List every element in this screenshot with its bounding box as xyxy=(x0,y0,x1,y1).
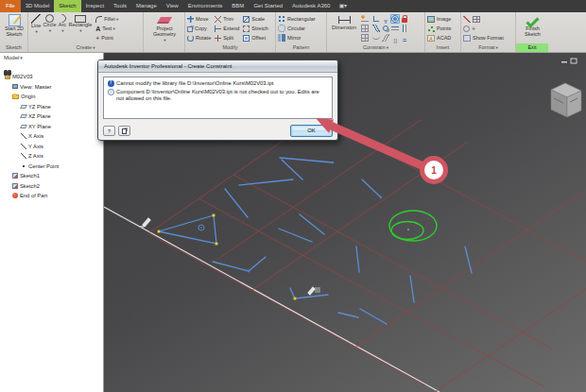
tree-node-origin[interactable]: Origin xyxy=(0,92,103,102)
copy-button[interactable]: Copy xyxy=(187,24,211,33)
construction-line-icon[interactable] xyxy=(463,16,471,23)
view-cube[interactable] xyxy=(551,83,581,117)
parallel-constraint-button[interactable] xyxy=(371,24,381,33)
split-button[interactable]: Split xyxy=(215,33,239,43)
rectangular-pattern-button[interactable]: Rectangular xyxy=(278,14,316,24)
tree-node-yz-plane[interactable]: YZ Plane xyxy=(0,102,103,112)
tab-tools[interactable]: Tools xyxy=(109,0,131,12)
create-constraint-dialog: Autodesk Inventor Professional - Create … xyxy=(97,60,338,141)
centerline-icon[interactable] xyxy=(463,26,470,32)
driven-dimension-icon[interactable] xyxy=(473,16,480,23)
perpendicular-constraint-button[interactable] xyxy=(371,14,381,24)
tree-node-y-axis[interactable]: Y Axis xyxy=(0,142,103,152)
constraint-settings-icon xyxy=(361,25,369,32)
dialog-message-1: ! Cannot modify the library file D:\Inve… xyxy=(108,80,328,87)
project-geometry-button[interactable]: Project Geometry xyxy=(146,14,183,43)
caret-down-icon xyxy=(386,44,388,50)
tab-inspect[interactable]: Inspect xyxy=(81,0,109,12)
browser-search-row[interactable] xyxy=(0,60,103,70)
tree-node-sketch2[interactable]: Sketch2 xyxy=(0,181,103,192)
extend-button[interactable]: Extend xyxy=(215,24,239,33)
center-point-format-icon[interactable] xyxy=(472,26,475,32)
symmetric-constraint-button[interactable] xyxy=(381,33,390,43)
equal-constraint-button[interactable] xyxy=(400,33,409,43)
trim-button[interactable]: Trim xyxy=(215,14,239,24)
group-label-modify: Modify xyxy=(185,43,275,52)
mirror-button[interactable]: Mirror xyxy=(278,33,316,43)
rectangular-pattern-icon xyxy=(278,15,285,23)
offset-button[interactable]: Offset xyxy=(243,33,267,43)
tab-3d-model[interactable]: 3D Model xyxy=(21,0,55,12)
view-icon xyxy=(12,84,18,89)
tree-node-part[interactable]: M02V03 xyxy=(0,72,103,82)
group-label-constrain[interactable]: Constrain xyxy=(327,43,424,52)
text-button[interactable]: Text xyxy=(95,24,118,33)
coincident-icon xyxy=(361,15,369,23)
scale-button[interactable]: Scale xyxy=(243,14,267,24)
tree-node-xz-plane[interactable]: XZ Plane xyxy=(0,111,103,122)
finish-sketch-button[interactable]: Finish Sketch xyxy=(518,14,547,38)
tab-environments[interactable]: Environments xyxy=(183,0,228,12)
start-2d-sketch-button[interactable]: Start 2D Sketch xyxy=(2,14,26,38)
x-axis-line[interactable] xyxy=(104,207,440,392)
canvas-window-controls[interactable] xyxy=(561,59,577,63)
stretch-button[interactable]: Stretch xyxy=(243,24,267,33)
selected-circle[interactable] xyxy=(389,211,437,241)
point-button[interactable]: Point xyxy=(95,33,118,43)
tab-bbm[interactable]: BBM xyxy=(227,0,249,12)
tree-node-view-master[interactable]: View: Master xyxy=(0,82,103,93)
ribbon-group-pattern: Rectangular Circular Mirror Pattern xyxy=(276,12,327,52)
smooth-constraint-button[interactable] xyxy=(381,24,390,33)
group-label-create[interactable]: Create xyxy=(28,43,143,52)
tree-node-center-point[interactable]: Center Point xyxy=(0,162,103,172)
dimension-icon xyxy=(338,16,351,24)
tab-manage[interactable]: Manage xyxy=(131,0,162,12)
sketch-triangle[interactable] xyxy=(159,215,216,244)
tab-view[interactable]: View xyxy=(162,0,183,12)
collinear-constraint-button[interactable] xyxy=(371,33,381,43)
insert-image-button[interactable]: Image xyxy=(427,14,451,24)
tree-node-sketch1[interactable]: Sketch1 xyxy=(0,171,103,181)
rotate-button[interactable]: Rotate xyxy=(187,33,211,43)
screencast-camera-icon[interactable] xyxy=(335,0,350,12)
dimension-button[interactable]: Dimension xyxy=(329,14,359,31)
tree-node-z-axis[interactable]: Z Axis xyxy=(0,151,103,162)
tree-node-xy-plane[interactable]: XY Plane xyxy=(0,122,103,132)
fix-constraint-button[interactable] xyxy=(400,14,409,24)
parallel-icon xyxy=(372,25,380,32)
sketch-line-segments[interactable] xyxy=(213,158,472,324)
tree-node-x-axis[interactable]: X Axis xyxy=(0,131,103,142)
tab-sketch[interactable]: Sketch xyxy=(54,0,80,12)
tab-get-started[interactable]: Get Started xyxy=(249,0,287,12)
move-button[interactable]: Move xyxy=(187,14,211,24)
symmetric-icon xyxy=(382,34,389,42)
rectangle-button[interactable]: Rectangle xyxy=(67,14,93,34)
dialog-copy-button[interactable] xyxy=(118,126,130,136)
tangent-constraint-button[interactable] xyxy=(381,14,390,24)
circle-button[interactable]: Circle xyxy=(42,14,57,34)
ribbon-group-exit: Finish Sketch Exit xyxy=(516,12,548,52)
insert-acad-button[interactable]: ACAD xyxy=(427,33,451,43)
browser-header[interactable]: Model xyxy=(0,53,103,60)
tree-node-end-of-part[interactable]: End of Part xyxy=(0,191,103,201)
arc-button[interactable]: Arc xyxy=(57,14,67,34)
show-constraints-button[interactable] xyxy=(360,33,370,43)
caret-down-icon xyxy=(48,28,51,34)
scale-icon xyxy=(243,16,250,23)
smooth-icon xyxy=(383,26,388,31)
circular-pattern-button[interactable]: Circular xyxy=(278,24,316,33)
fillet-button[interactable]: Fillet xyxy=(95,14,118,24)
constraint-settings-button[interactable] xyxy=(360,24,370,33)
tab-autodesk-a360[interactable]: Autodesk A360 xyxy=(287,0,335,12)
symmetry-brackets-button[interactable] xyxy=(390,33,400,43)
tab-file[interactable]: File xyxy=(0,0,21,12)
insert-points-button[interactable]: Points xyxy=(427,24,451,33)
coincident-constraint-button[interactable] xyxy=(360,14,370,24)
show-format-button[interactable]: Show Format xyxy=(463,33,504,43)
concentric-constraint-button[interactable] xyxy=(390,14,400,24)
caret-down-icon xyxy=(112,26,114,31)
line-button[interactable]: Line xyxy=(30,14,42,35)
dialog-ok-button[interactable]: OK xyxy=(290,125,333,137)
group-label-format[interactable]: Format xyxy=(461,43,515,52)
dialog-help-button[interactable]: ? xyxy=(103,126,115,136)
